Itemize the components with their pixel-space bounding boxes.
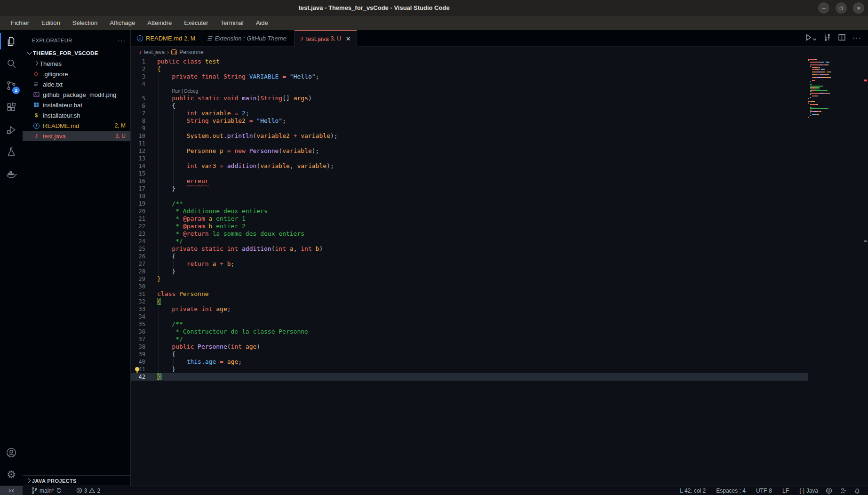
docker-icon[interactable] <box>0 163 23 185</box>
code-editor[interactable]: 1public class test2{3 private final Stri… <box>131 58 868 486</box>
codelens-run-debug[interactable]: Run | Debug <box>131 88 808 95</box>
line-number[interactable]: 38 <box>131 343 145 351</box>
menu-item-atteindre[interactable]: Atteindre <box>141 16 178 30</box>
code-line[interactable]: 42} <box>131 373 808 381</box>
code-line[interactable]: 36 * Constructeur de la classe Personne <box>131 328 808 335</box>
line-number[interactable]: 10 <box>131 132 145 140</box>
code-line[interactable]: 35 /** <box>131 320 808 328</box>
code-line[interactable]: 28 } <box>131 268 808 275</box>
tree-root[interactable]: THEMES_FOR_VSCODE <box>23 48 130 58</box>
menu-item-sélection[interactable]: Sélection <box>66 16 104 30</box>
line-number[interactable]: 29 <box>131 275 145 283</box>
line-number[interactable]: 6 <box>131 102 145 110</box>
extensions-icon[interactable] <box>0 96 23 119</box>
line-number[interactable]: 31 <box>131 290 145 298</box>
testing-icon[interactable] <box>0 141 23 163</box>
tree-item-readme[interactable]: i README.md 2, M <box>23 120 130 131</box>
explorer-more-actions-icon[interactable]: ··· <box>118 37 126 44</box>
settings-gear-icon[interactable]: ⚙ <box>0 463 23 486</box>
lightbulb-icon[interactable] <box>135 367 139 371</box>
code-line[interactable]: 9 <box>131 125 808 132</box>
code-line[interactable]: 16 erreur <box>131 177 808 185</box>
menu-item-aide[interactable]: Aide <box>250 16 274 30</box>
line-number[interactable]: 2 <box>131 65 145 73</box>
code-line[interactable]: 3 private final String VARIABLE = "Hello… <box>131 73 808 80</box>
code-line[interactable]: 32{ <box>131 298 808 305</box>
git-branch-item[interactable]: main* <box>27 486 66 495</box>
code-line[interactable]: 38 public Personne(int age) <box>131 343 808 351</box>
line-number[interactable]: 25 <box>131 245 145 253</box>
breadcrumb-file[interactable]: test.java <box>144 49 165 56</box>
line-number[interactable]: 27 <box>131 260 145 268</box>
code-line[interactable]: 4 <box>131 80 808 88</box>
encoding[interactable]: UTF-8 <box>752 486 776 495</box>
line-number[interactable]: 28 <box>131 268 145 275</box>
code-line[interactable]: 22 * @param b entier 2 <box>131 223 808 230</box>
code-line[interactable]: 13 <box>131 155 808 162</box>
line-number[interactable]: 22 <box>131 223 145 230</box>
indentation[interactable]: Espaces : 4 <box>712 486 749 495</box>
code-line[interactable]: 23 * @return la somme des deux entiers <box>131 230 808 238</box>
run-button[interactable] <box>804 33 817 43</box>
tree-item-png[interactable]: github_package_modif.png <box>23 89 130 100</box>
feedback-smiley-icon[interactable] <box>822 486 836 495</box>
cursor-position[interactable]: L 42, col 2 <box>676 486 709 495</box>
code-line[interactable]: 14 int var3 = addition(variable, variabl… <box>131 162 808 170</box>
code-line[interactable]: 19 /** <box>131 200 808 208</box>
code-line[interactable]: 40 this.age = age; <box>131 358 808 366</box>
java-projects-section[interactable]: JAVA PROJECTS <box>23 475 130 486</box>
menu-item-edition[interactable]: Edition <box>35 16 66 30</box>
explorer-icon[interactable] <box>0 30 23 52</box>
line-number[interactable]: 20 <box>131 208 145 215</box>
remote-indicator[interactable] <box>0 486 23 495</box>
line-number[interactable]: 39 <box>131 351 145 358</box>
line-number[interactable]: 33 <box>131 305 145 313</box>
source-control-icon[interactable]: 2 <box>0 74 23 96</box>
code-line[interactable]: 2{ <box>131 65 808 73</box>
notifications-bell-icon[interactable] <box>850 486 864 495</box>
eol[interactable]: LF <box>779 486 793 495</box>
tree-item-gitignore[interactable]: .gitignore <box>23 69 130 79</box>
code-line[interactable]: 10 System.out.println(variable2 + variab… <box>131 132 808 140</box>
code-line[interactable]: 1public class test <box>131 58 808 65</box>
line-number[interactable]: 11 <box>131 140 145 147</box>
code-line[interactable]: 15 <box>131 170 808 177</box>
line-number[interactable]: 8 <box>131 117 145 125</box>
tree-item-aide-txt[interactable]: aide.txt <box>23 79 130 89</box>
menu-item-affichage[interactable]: Affichage <box>104 16 141 30</box>
breadcrumb-symbol[interactable]: Personne <box>179 49 203 56</box>
code-line[interactable]: 33 private int age; <box>131 305 808 313</box>
line-number[interactable]: 14 <box>131 162 145 170</box>
tree-item-sh[interactable]: $ installateur.sh <box>23 110 130 120</box>
code-line[interactable]: 24 */ <box>131 238 808 245</box>
code-line[interactable]: 8 String variable2 = "Hello"; <box>131 117 808 125</box>
code-line[interactable]: 41 } <box>131 366 808 373</box>
code-lines[interactable]: 1public class test2{3 private final Stri… <box>131 58 808 381</box>
accessibility-person-icon[interactable] <box>836 486 850 495</box>
line-number[interactable]: 3 <box>131 73 145 80</box>
code-line[interactable]: 20 * Additionne deux entiers <box>131 208 808 215</box>
line-number[interactable]: 40 <box>131 358 145 366</box>
menu-item-exécuter[interactable]: Exécuter <box>178 16 214 30</box>
account-icon[interactable] <box>0 441 23 463</box>
minimap[interactable] <box>808 59 863 118</box>
line-number[interactable]: 34 <box>131 313 145 320</box>
tree-item-themes[interactable]: Themes <box>23 58 130 69</box>
code-line[interactable]: 12 Personne p = new Personne(variable); <box>131 147 808 155</box>
code-line[interactable]: 21 * @param a entier 1 <box>131 215 808 223</box>
line-number[interactable]: 37 <box>131 335 145 343</box>
code-line[interactable]: 26 { <box>131 253 808 260</box>
line-number[interactable]: 15 <box>131 170 145 177</box>
line-number[interactable]: 35 <box>131 320 145 328</box>
code-line[interactable]: 6 { <box>131 102 808 110</box>
line-number[interactable]: 36 <box>131 328 145 335</box>
line-number[interactable]: 13 <box>131 155 145 162</box>
code-line[interactable]: 29} <box>131 275 808 283</box>
close-tab-icon[interactable]: ✕ <box>346 35 351 42</box>
tree-item-test-java[interactable]: J test.java 3, U <box>23 131 130 141</box>
line-number[interactable]: 7 <box>131 110 145 117</box>
code-line[interactable]: 34 <box>131 313 808 320</box>
code-line[interactable]: 37 */ <box>131 335 808 343</box>
menu-item-fichier[interactable]: Fichier <box>5 16 35 30</box>
line-number[interactable]: 26 <box>131 253 145 260</box>
